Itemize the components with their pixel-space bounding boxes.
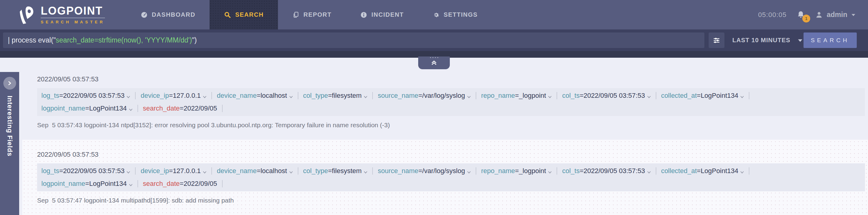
field-chip[interactable]: collected_at=LogPoint134	[661, 89, 754, 102]
field-name: device_ip	[141, 92, 169, 100]
field-chip[interactable]: col_ts=2022/09/05 03:57:53	[562, 89, 661, 102]
chevron-down-icon[interactable]	[740, 96, 744, 98]
field-value: =2022/09/05	[180, 180, 217, 188]
field-value: =localhost	[257, 92, 287, 100]
chevron-down-icon[interactable]	[364, 96, 367, 98]
query-suffix: ")	[192, 36, 197, 44]
query-prefix: | process eval("	[8, 36, 56, 44]
query-filter-button[interactable]	[709, 33, 724, 48]
field-chip[interactable]: col_type=filesystem	[303, 165, 378, 177]
sidebar-title: Interesting Fields	[6, 96, 14, 156]
nav-item-report[interactable]: REPORT	[278, 0, 346, 30]
nav-item-label: REPORT	[304, 11, 332, 18]
field-name: search_date	[143, 104, 180, 112]
chevron-down-icon[interactable]	[203, 96, 207, 98]
query-string: search_date=strftime(now(), 'YYYY/MM/dd'…	[56, 36, 192, 44]
field-name: repo_name	[481, 167, 515, 175]
field-value: =/var/log/syslog	[418, 92, 465, 100]
field-chip[interactable]: device_ip=127.0.0.1	[141, 165, 217, 177]
chevron-down-icon[interactable]	[467, 96, 471, 98]
field-name: logpoint_name	[41, 104, 85, 112]
field-value: =2022/09/05 03:57:53	[580, 167, 645, 175]
dashboard-gauge-icon	[141, 11, 148, 19]
field-divider	[137, 180, 138, 187]
field-name: device_ip	[141, 167, 169, 175]
field-chip[interactable]: search_date=2022/09/05	[143, 102, 227, 115]
collapse-panel-tab[interactable]	[418, 57, 450, 69]
field-divider	[137, 105, 138, 112]
field-chip[interactable]: col_type=filesystem	[303, 89, 378, 102]
query-input[interactable]: | process eval("search_date=strftime(now…	[3, 33, 704, 48]
field-chip[interactable]: source_name=/var/log/syslog	[378, 165, 481, 177]
chevron-down-icon[interactable]	[126, 171, 130, 174]
field-name: col_type	[303, 167, 328, 175]
chevron-down-icon[interactable]	[129, 184, 133, 186]
field-name: device_name	[217, 92, 257, 100]
drag-handle-dots	[430, 57, 438, 58]
field-chip[interactable]: source_name=/var/log/syslog	[378, 89, 481, 102]
field-divider	[211, 92, 212, 99]
field-chip[interactable]: repo_name=_logpoint	[481, 89, 562, 102]
user-menu[interactable]: admin	[815, 11, 856, 19]
field-chip[interactable]: collected_at=LogPoint134	[661, 165, 754, 177]
field-divider	[749, 92, 749, 99]
field-value: =filesystem	[328, 167, 362, 175]
double-chevron-up-icon	[430, 60, 438, 66]
top-navbar: LOGPOINT SEARCH MASTER DASHBOARD SEA	[0, 0, 868, 30]
field-value: =_logpoint	[515, 167, 546, 175]
chevron-down-icon[interactable]	[548, 96, 552, 98]
entry-timestamp: 2022/09/05 03:57:53	[37, 75, 868, 83]
chevron-down-icon[interactable]	[364, 171, 367, 174]
chevron-down-icon[interactable]	[203, 171, 207, 174]
settings-gear-icon	[432, 11, 440, 19]
nav-item-incident[interactable]: INCIDENT	[346, 0, 418, 30]
chevron-down-icon[interactable]	[647, 171, 651, 174]
time-range-dropdown[interactable]: LAST 10 MINUTES	[732, 33, 803, 48]
field-chip[interactable]: search_date=2022/09/05	[143, 177, 227, 190]
field-value: =127.0.0.1	[169, 167, 201, 175]
nav-item-settings[interactable]: SETTINGS	[418, 0, 492, 30]
incident-info-icon	[360, 11, 367, 19]
field-chip[interactable]: device_ip=127.0.0.1	[141, 89, 217, 102]
chevron-down-icon[interactable]	[129, 108, 133, 111]
chevron-down-icon[interactable]	[647, 96, 651, 98]
field-divider	[656, 167, 656, 175]
sidebar-expand-button[interactable]	[3, 77, 16, 89]
field-divider	[222, 180, 223, 187]
logo-subtitle: SEARCH MASTER	[41, 17, 105, 24]
field-chip[interactable]: log_ts=2022/09/05 03:57:53	[41, 165, 141, 177]
field-value: =2022/09/05 03:57:53	[59, 167, 125, 175]
field-chip[interactable]: logpoint_name=LogPoint134	[41, 102, 143, 115]
search-button[interactable]: SEARCH	[804, 33, 857, 48]
field-value: =filesystem	[328, 92, 362, 100]
chevron-down-icon[interactable]	[126, 96, 130, 98]
chevron-down-icon[interactable]	[740, 171, 744, 174]
field-value: =LogPoint134	[697, 92, 738, 100]
field-chip[interactable]: device_name=localhost	[217, 89, 303, 102]
field-list: log_ts=2022/09/05 03:57:53 device_ip=127…	[37, 164, 865, 191]
session-clock: 05:00:05	[758, 11, 787, 19]
field-divider	[476, 92, 476, 99]
nav-item-dashboard[interactable]: DASHBOARD	[126, 0, 210, 30]
chevron-down-icon[interactable]	[289, 96, 293, 98]
field-chip[interactable]: logpoint_name=LogPoint134	[41, 177, 143, 190]
field-value: =2022/09/05 03:57:53	[59, 92, 125, 100]
chevron-down-icon[interactable]	[467, 171, 471, 174]
chevron-down-icon[interactable]	[548, 171, 552, 174]
log-entry: 2022/09/05 03:57:53 log_ts=2022/09/05 03…	[22, 140, 868, 215]
field-chip[interactable]: device_name=localhost	[217, 165, 303, 177]
field-name: col_ts	[562, 167, 579, 175]
chevron-down-icon[interactable]	[289, 171, 293, 174]
field-chip[interactable]: log_ts=2022/09/05 03:57:53	[41, 89, 141, 102]
notifications-button[interactable]: 1	[796, 10, 805, 20]
field-name: source_name	[378, 92, 418, 100]
results-area: 2022/09/05 03:57:53 log_ts=2022/09/05 03…	[0, 58, 868, 215]
chevron-right-icon	[7, 81, 12, 86]
field-chip[interactable]: col_ts=2022/09/05 03:57:53	[562, 165, 661, 177]
nav-item-search[interactable]: SEARCH	[210, 0, 278, 30]
field-value: =/var/log/syslog	[418, 167, 465, 175]
field-name: collected_at	[661, 92, 697, 100]
field-chip[interactable]: repo_name=_logpoint	[481, 165, 562, 177]
sliders-icon	[712, 36, 721, 45]
log-message: Sep 5 03:57:47 logpoint-134 multipathd[1…	[37, 197, 868, 204]
